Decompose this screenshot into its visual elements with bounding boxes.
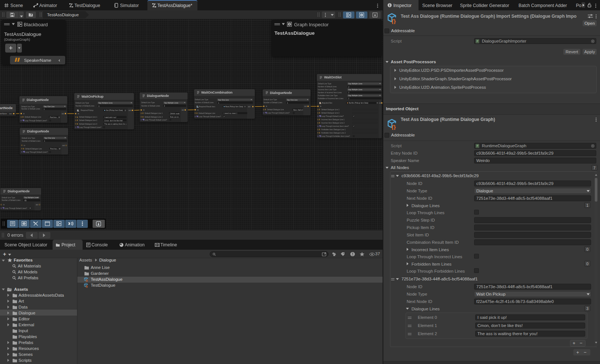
svg-text:{}: {}: [86, 285, 88, 288]
svg-text:{}: {}: [391, 18, 396, 24]
svg-text:{}: {}: [391, 124, 396, 130]
svg-text:{}: {}: [86, 279, 88, 282]
